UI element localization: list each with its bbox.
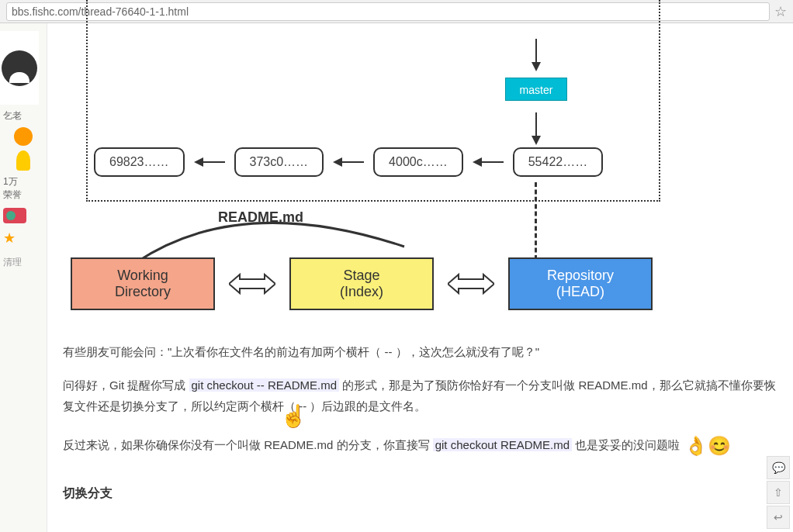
double-arrow-icon <box>448 271 494 296</box>
scroll-top-button[interactable]: ⇧ <box>767 481 790 504</box>
commit-row: 69823…… 373c0…… 4000c…… 55422…… <box>94 147 603 177</box>
back-button[interactable]: ↩ <box>767 506 790 529</box>
git-diagram: master 69823…… 373c0…… 4000c…… 55422…… R… <box>63 23 777 326</box>
commit-node: 69823…… <box>94 147 185 177</box>
stats-label: 荣誉 <box>3 188 43 202</box>
arrow-down-icon <box>532 62 541 71</box>
working-directory-box: Working Directory <box>71 257 215 310</box>
code-inline: git checkout README.md <box>433 438 572 451</box>
repository-box: Repository (HEAD) <box>508 257 653 310</box>
user-role: 乞老 <box>3 109 43 123</box>
dashed-connector <box>535 182 537 260</box>
double-arrow-icon <box>229 271 275 296</box>
svg-marker-7 <box>229 275 275 293</box>
ok-emoji-icon: 👌😊 <box>684 429 731 462</box>
code-inline: git checkout -- README.md <box>189 378 340 392</box>
badges <box>3 127 43 171</box>
paragraph: 问得好，Git 提醒你写成 git checkout -- README.md … <box>63 375 777 416</box>
sidebar-bottom-link[interactable]: 清理 <box>0 254 47 271</box>
node-badge-icon <box>3 208 26 223</box>
areas-row: Working Directory Stage (Index) Reposito… <box>71 257 653 310</box>
commit-node: 373c0…… <box>234 147 324 177</box>
commit-node: 4000c…… <box>373 147 463 177</box>
arrow-left-icon <box>473 156 504 168</box>
star-badge-icon: ★ <box>3 230 43 247</box>
avatar-image <box>2 50 37 86</box>
arrow-left-icon <box>194 156 225 168</box>
cursor-hand-icon: ☝ <box>280 403 307 429</box>
svg-marker-3 <box>333 157 342 167</box>
stats: 1万 荣誉 <box>3 175 43 202</box>
paragraph: 有些朋友可能会问："上次看你在文件名的前边有加两个横杆（ -- ），这次怎么就没… <box>63 341 777 362</box>
paragraph: 反过来说，如果你确保你没有一个叫做 README.md 的分支，你直接写 git… <box>63 429 777 462</box>
master-node: master <box>505 78 567 101</box>
author-sidebar: 乞老 1万 荣誉 ★ 清理 <box>0 23 47 532</box>
avatar[interactable] <box>0 31 39 105</box>
svg-marker-8 <box>448 275 494 293</box>
reply-button[interactable]: 💬 <box>767 456 790 479</box>
svg-marker-1 <box>194 157 203 167</box>
bookmark-star-icon[interactable]: ☆ <box>774 3 787 20</box>
page-side-controls: 💬 ⇧ ↩ <box>767 456 790 529</box>
svg-marker-5 <box>473 157 482 167</box>
sun-badge-icon <box>14 127 33 146</box>
arrow-left-icon <box>333 156 364 168</box>
stats-count: 1万 <box>3 175 43 188</box>
ribbon-badge-icon <box>16 150 30 171</box>
section-header: 切换分支 <box>63 485 777 502</box>
stage-box: Stage (Index) <box>289 257 434 310</box>
commit-node: 55422…… <box>513 147 604 177</box>
arrow-down-icon <box>532 136 541 145</box>
